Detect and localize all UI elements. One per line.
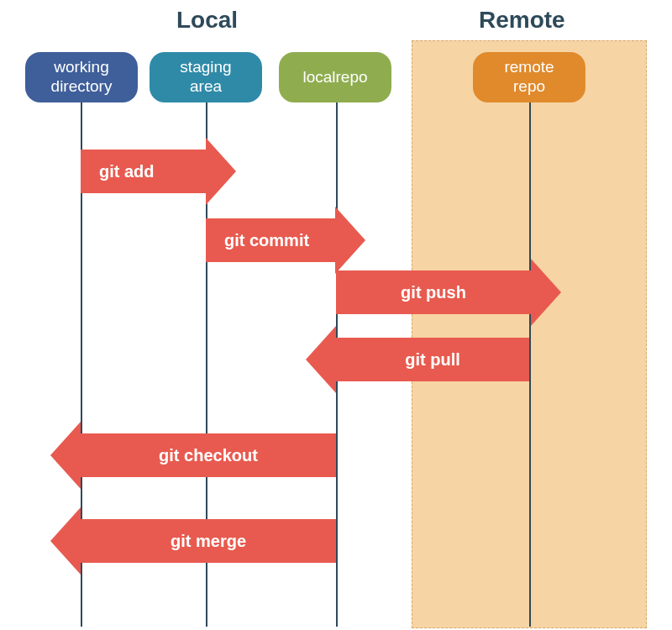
column-label: localrepo bbox=[302, 68, 367, 87]
arrow-head-right-icon bbox=[531, 259, 561, 326]
column-label: working bbox=[54, 58, 108, 77]
arrow-label: git commit bbox=[206, 218, 335, 262]
arrow-label: git merge bbox=[81, 519, 336, 563]
arrow-git-commit: git commit bbox=[206, 218, 365, 262]
column-label: staging bbox=[180, 58, 231, 77]
arrow-git-add: git add bbox=[81, 150, 236, 193]
arrow-label: git push bbox=[336, 270, 531, 314]
arrow-git-pull: git pull bbox=[306, 338, 529, 381]
column-label: remote bbox=[504, 58, 554, 77]
lifeline-remote-repo bbox=[529, 92, 531, 627]
column-working-directory: working directory bbox=[25, 52, 138, 102]
arrow-git-checkout: git checkout bbox=[50, 433, 336, 477]
arrow-git-merge: git merge bbox=[50, 519, 336, 563]
section-header-remote: Remote bbox=[479, 7, 565, 34]
arrow-label: git add bbox=[81, 150, 206, 193]
column-label: repo bbox=[513, 77, 545, 97]
arrow-head-left-icon bbox=[50, 507, 81, 575]
arrow-head-right-icon bbox=[206, 138, 236, 205]
arrow-head-left-icon bbox=[306, 326, 336, 393]
column-local-repo: localrepo bbox=[279, 52, 391, 102]
arrow-head-left-icon bbox=[50, 422, 81, 489]
arrow-label: git pull bbox=[336, 338, 529, 381]
column-staging-area: staging area bbox=[150, 52, 262, 102]
column-remote-repo: remote repo bbox=[473, 52, 585, 102]
arrow-label: git checkout bbox=[81, 433, 336, 477]
column-label: area bbox=[190, 77, 222, 97]
arrow-head-right-icon bbox=[335, 207, 365, 274]
column-label: directory bbox=[51, 77, 113, 97]
section-header-local: Local bbox=[176, 7, 238, 34]
arrow-git-push: git push bbox=[336, 270, 561, 314]
